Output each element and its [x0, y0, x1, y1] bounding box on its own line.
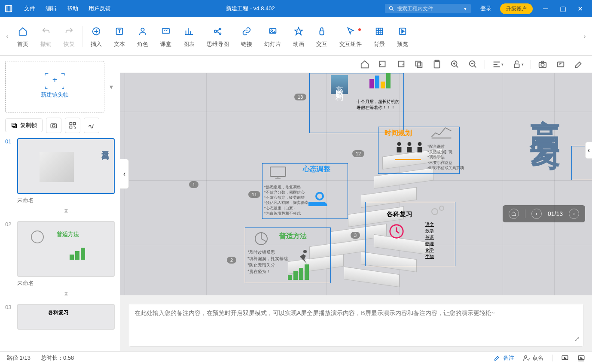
- thumb-preview[interactable]: 普适方法: [17, 221, 115, 277]
- svg-point-36: [316, 193, 323, 200]
- paste-button[interactable]: [430, 58, 443, 71]
- zoom-in-button[interactable]: [449, 58, 461, 71]
- search-box[interactable]: ▼: [385, 4, 471, 13]
- notes-expand-button[interactable]: ⤢: [574, 335, 580, 343]
- camera-frame-button[interactable]: [46, 118, 61, 133]
- ribbon-slide[interactable]: 幻灯片: [258, 25, 287, 48]
- ribbon-redo[interactable]: 恢复: [58, 25, 81, 48]
- status-duration: 总时长：0:58: [41, 354, 74, 362]
- screenshot-button[interactable]: [554, 58, 567, 71]
- thumbnail-list[interactable]: 01 高三复习 未命名 ⧗ 02 普适方法 未命名 ⧗: [5, 138, 115, 346]
- svg-rect-35: [270, 167, 286, 176]
- mindmap-icon: [213, 27, 223, 36]
- thumb-timer-icon: ⧗: [17, 290, 115, 297]
- copy-button[interactable]: [412, 58, 425, 71]
- ribbon-background[interactable]: 背景: [368, 25, 391, 48]
- thumb-preview[interactable]: 各科复习: [17, 304, 115, 330]
- ribbon-mindmap[interactable]: 思维导图: [201, 25, 235, 48]
- svg-rect-0: [6, 6, 12, 12]
- maximize-button[interactable]: ▢: [554, 5, 571, 13]
- svg-point-33: [408, 142, 412, 146]
- ribbon-preview[interactable]: 预览: [391, 25, 414, 48]
- minimize-button[interactable]: ─: [537, 5, 554, 12]
- search-dropdown-icon[interactable]: ▼: [463, 6, 467, 11]
- new-frame-dropdown[interactable]: ▾: [108, 81, 115, 93]
- menu-feedback[interactable]: 用户反馈: [83, 5, 116, 12]
- copy-frame-button[interactable]: 复制帧: [5, 118, 43, 132]
- thumbnail-item[interactable]: 02 普适方法 未命名 ⧗: [5, 221, 115, 297]
- canvas-main-title: 高三复习: [525, 94, 566, 129]
- right-drawer-handle[interactable]: ‹: [585, 142, 592, 159]
- thumb-preview[interactable]: 高三复习: [17, 138, 115, 194]
- notes-textarea[interactable]: [129, 304, 583, 346]
- svg-point-38: [439, 206, 444, 210]
- path-badge: 3: [351, 232, 360, 239]
- qr-button[interactable]: [65, 118, 80, 133]
- align-button[interactable]: ▾: [490, 58, 505, 71]
- ribbon-link[interactable]: 链接: [235, 25, 258, 48]
- status-fullscreen-button[interactable]: [577, 354, 585, 362]
- canvas[interactable]: 高三复习 高考顺利 十个月后，超长待机的暑假在等着你！！！ 时间规划 *配合课时…: [120, 73, 592, 295]
- ribbon-text[interactable]: 文本: [108, 25, 131, 48]
- camera-button[interactable]: [536, 58, 549, 71]
- lock-button[interactable]: ▾: [510, 58, 525, 71]
- text-s3-notes: *熟悉定规，修复调整*不放弃分数，积攒信心*不灰心放弃，疲劳调整*预估凡人有限，…: [264, 185, 308, 216]
- ribbon-undo[interactable]: 撤销: [34, 25, 58, 48]
- upgrade-button[interactable]: 升级账户: [500, 3, 533, 14]
- thumbnail-item[interactable]: 03 各科复习: [5, 304, 115, 330]
- nav-prev-button[interactable]: ‹: [531, 209, 542, 219]
- ribbon-components[interactable]: 交互组件: [333, 25, 368, 48]
- search-input[interactable]: [397, 6, 463, 12]
- path-badge: 2: [227, 257, 236, 264]
- thumb-name: 未命名: [17, 279, 115, 287]
- person-icon: [138, 27, 147, 36]
- ribbon-prev[interactable]: ‹: [3, 21, 11, 52]
- close-button[interactable]: ✕: [571, 5, 589, 13]
- svg-point-6: [214, 30, 217, 33]
- nav-next-button[interactable]: ›: [569, 209, 579, 219]
- ribbon-role[interactable]: 角色: [131, 25, 154, 48]
- collapse-panel-button[interactable]: ‹: [120, 159, 129, 189]
- menu-edit[interactable]: 编辑: [40, 5, 62, 12]
- svg-rect-30: [73, 122, 76, 124]
- star-icon: [294, 27, 303, 36]
- subject-list: 语文数学英语物理化学生物: [425, 221, 434, 260]
- thumb-number: 01: [5, 138, 14, 145]
- class-icon: [161, 27, 171, 36]
- svg-rect-25: [12, 123, 15, 127]
- section-title-subjects: 各科复习: [387, 210, 412, 218]
- ribbon-next[interactable]: ›: [581, 21, 589, 52]
- ribbon-interact[interactable]: 交互: [310, 25, 333, 48]
- nav-home-button[interactable]: [509, 209, 519, 219]
- edit-button[interactable]: [572, 58, 585, 71]
- undo-icon: [41, 27, 51, 36]
- monitor-icon: [269, 165, 287, 181]
- cursor-icon: [346, 27, 355, 36]
- svg-rect-31: [70, 126, 72, 128]
- section-title-method: 普适方法: [279, 232, 307, 241]
- new-frame-button[interactable]: ⌐ ¬ + ⌞ ⌟ 新建镜头帧: [5, 61, 104, 112]
- thumbnail-item[interactable]: 01 高三复习 未命名 ⧗: [5, 138, 115, 214]
- status-notes-button[interactable]: 备注: [494, 354, 514, 362]
- zoom-out-button[interactable]: [467, 58, 479, 71]
- svg-point-1: [389, 6, 392, 9]
- ribbon-class[interactable]: 课堂: [154, 25, 177, 48]
- login-link[interactable]: 登录: [476, 5, 496, 12]
- menu-file[interactable]: 文件: [19, 5, 40, 12]
- path-button[interactable]: [84, 118, 99, 133]
- redo-view-button[interactable]: [394, 58, 407, 71]
- ribbon-insert[interactable]: 插入: [85, 25, 108, 48]
- status-roll-button[interactable]: 点名: [523, 354, 543, 362]
- ribbon-animation[interactable]: 动画: [287, 25, 310, 48]
- ribbon-home[interactable]: 首页: [11, 25, 34, 48]
- redo-icon: [64, 27, 74, 36]
- path-badge: 13: [294, 94, 306, 100]
- home-view-button[interactable]: [358, 58, 371, 71]
- status-display-button[interactable]: [561, 354, 569, 362]
- svg-point-32: [397, 142, 401, 146]
- svg-point-4: [141, 28, 144, 31]
- svg-rect-15: [416, 61, 421, 66]
- ribbon-chart[interactable]: 图表: [177, 25, 201, 48]
- menu-help[interactable]: 帮助: [62, 5, 83, 12]
- undo-view-button[interactable]: [376, 58, 389, 71]
